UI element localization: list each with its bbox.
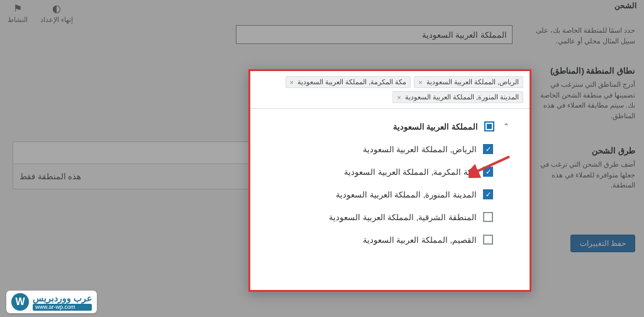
chip-remove-icon[interactable]: × [397,94,401,101]
checkbox[interactable] [483,235,493,245]
save-button[interactable]: حفظ التغييرات [570,235,635,252]
checkbox-indeterminate[interactable] [484,121,494,131]
wp-icon: W [11,293,29,311]
tree-parent-row[interactable]: ⌃المملكة العربية السعودية [262,115,518,138]
flag-icon: ⚑ [13,3,22,14]
checkbox[interactable]: ✓ [483,189,493,199]
shipping-methods-helper: أضف طرق الشحن التي ترغب في جعلها متوافرة… [531,159,635,191]
zone-regions-helper: أدرج المناطق التي سترغب في تضمينها في من… [531,79,635,121]
zone-name-helper: حدد اسمًا للمنطقة الخاصة بك، على سبيل ال… [531,25,635,46]
chevron-up-icon[interactable]: ⌃ [501,122,512,131]
region-multiselect-dropdown[interactable]: الرياض, المملكة العربية السعودية×مكة الم… [248,69,531,292]
chip-remove-icon[interactable]: × [290,79,294,86]
tab-shipping[interactable]: الشحن [614,1,636,10]
checkbox[interactable] [483,212,493,222]
region-chip[interactable]: المدينة المنورة, المملكة العربية السعودي… [392,91,523,103]
tree-child-row[interactable]: ✓مكة المكرمة, المملكة العربية السعودية [262,160,518,183]
checkbox[interactable]: ✓ [483,167,493,177]
zone-name-input[interactable] [236,25,513,44]
watermark-logo: W عرب ووردبريس www.ar-wp.com [6,291,97,313]
tree-child-row[interactable]: المنطقة الشرقية, المملكة العربية السعودي… [262,206,518,228]
checkbox[interactable]: ✓ [483,144,493,154]
shipping-methods-title: طرق الشحن [531,146,635,155]
chip-remove-icon[interactable]: × [418,79,422,86]
region-chip[interactable]: مكة المكرمة, المملكة العربية السعودية× [286,76,411,88]
tree-child-row[interactable]: ✓المدينة المنورة, المملكة العربية السعود… [262,183,518,206]
zone-regions-title: نطاق المنطقة (المناطق) [531,66,635,75]
tree-child-row[interactable]: ✓الرياض, المملكة العربية السعودية [262,138,518,160]
region-chip[interactable]: الرياض, المملكة العربية السعودية× [414,76,523,88]
contrast-icon: ◐ [52,3,61,14]
tree-child-row[interactable]: القصيم, المملكة العربية السعودية [262,228,518,251]
finish-setup-button[interactable]: ◐ إنهاء الإعداد [40,3,73,24]
activity-button[interactable]: ⚑ النشاط [8,3,28,24]
